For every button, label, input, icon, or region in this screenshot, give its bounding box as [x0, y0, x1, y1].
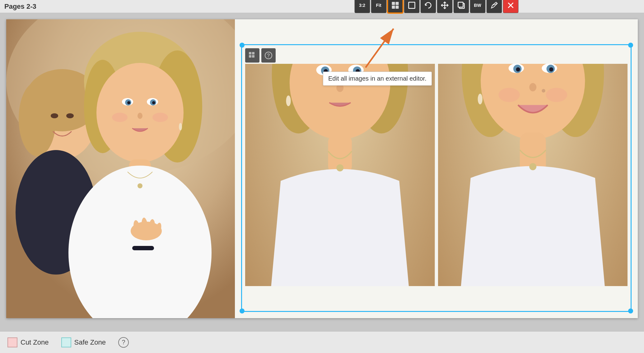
- svg-point-75: [529, 83, 536, 92]
- tooltip: Edit all images in an external editor.: [323, 72, 432, 86]
- right-page: 3:2 Fit: [235, 19, 638, 318]
- edit-external-icon: [391, 1, 399, 10]
- edit-button[interactable]: [486, 0, 502, 13]
- svg-point-74: [549, 67, 553, 71]
- edit-external-button[interactable]: [387, 0, 403, 13]
- svg-point-21: [179, 123, 182, 130]
- photo-1-image: [245, 64, 435, 286]
- legend-help-label: ?: [122, 339, 125, 346]
- help-icon-button[interactable]: ?: [261, 48, 276, 63]
- svg-point-17: [152, 101, 155, 104]
- svg-rect-35: [408, 2, 415, 8]
- svg-rect-33: [392, 6, 395, 9]
- grid-icon-button[interactable]: [245, 48, 259, 63]
- svg-point-19: [112, 113, 128, 122]
- cut-zone-label: Cut Zone: [21, 338, 49, 346]
- svg-point-73: [516, 67, 520, 71]
- photo-cell-1[interactable]: [245, 64, 435, 286]
- move-button[interactable]: [437, 0, 452, 13]
- grid-icon: [248, 51, 257, 60]
- rotate-icon: [424, 1, 432, 10]
- legend-bar: Cut Zone Safe Zone ?: [0, 331, 644, 353]
- safe-zone-label: Safe Zone: [74, 338, 106, 346]
- svg-point-76: [498, 88, 520, 102]
- spread-container: 3:2 Fit: [6, 19, 638, 318]
- legend-help-button[interactable]: ?: [118, 337, 129, 348]
- image-toolbar: 3:2 Fit: [354, 0, 518, 13]
- corner-handle-tl[interactable]: [240, 43, 245, 48]
- tooltip-text: Edit all images in an external editor.: [328, 75, 427, 82]
- question-icon: ?: [264, 51, 273, 60]
- corner-handle-tr[interactable]: [628, 43, 633, 48]
- photos-grid: [245, 64, 628, 286]
- svg-point-77: [546, 88, 567, 102]
- svg-rect-45: [249, 55, 251, 58]
- selection-icons: ?: [245, 48, 276, 63]
- svg-point-4: [19, 82, 56, 156]
- svg-point-63: [286, 96, 291, 106]
- safe-zone-legend: Safe Zone: [61, 337, 106, 347]
- safe-zone-swatch: [61, 337, 71, 347]
- svg-rect-34: [395, 6, 399, 9]
- photo-2-image: [438, 64, 628, 286]
- svg-point-7: [66, 113, 74, 118]
- cut-zone-swatch: [7, 337, 17, 347]
- svg-point-62: [336, 164, 343, 172]
- page-title: Pages 2-3: [4, 2, 36, 11]
- svg-text:?: ?: [267, 53, 270, 58]
- svg-point-80: [529, 163, 536, 170]
- svg-rect-39: [458, 2, 463, 7]
- duplicate-button[interactable]: [453, 0, 469, 13]
- svg-point-78: [542, 89, 545, 92]
- svg-point-18: [138, 113, 142, 119]
- corner-handle-bl[interactable]: [240, 308, 245, 313]
- duplicate-icon: [457, 1, 465, 10]
- svg-rect-44: [252, 52, 254, 54]
- selection-box[interactable]: ? Edit all images in an external editor.: [241, 44, 632, 312]
- photo-cell-2[interactable]: [438, 64, 628, 286]
- corner-handle-br[interactable]: [628, 308, 633, 313]
- crop-button[interactable]: [404, 0, 419, 13]
- close-icon: [506, 1, 515, 10]
- svg-point-16: [127, 101, 130, 104]
- crop-icon: [407, 1, 416, 10]
- delete-button[interactable]: [503, 0, 518, 13]
- pencil-icon: [490, 1, 498, 10]
- svg-point-81: [478, 94, 482, 104]
- svg-point-6: [51, 113, 58, 118]
- svg-rect-32: [395, 2, 399, 5]
- svg-point-20: [152, 113, 168, 122]
- left-page-image: [6, 19, 235, 318]
- cut-zone-legend: Cut Zone: [7, 337, 49, 347]
- app-container: Pages 2-3: [0, 0, 644, 353]
- bw-button[interactable]: BW: [470, 0, 485, 13]
- fit-button[interactable]: Fit: [371, 0, 386, 13]
- svg-rect-31: [392, 2, 395, 5]
- svg-point-24: [138, 183, 142, 188]
- svg-rect-46: [252, 55, 254, 58]
- svg-rect-30: [132, 246, 154, 250]
- title-bar: Pages 2-3: [0, 0, 644, 13]
- move-icon: [440, 1, 449, 10]
- rotate-button[interactable]: [420, 0, 436, 13]
- canvas-area: 3:2 Fit: [0, 13, 644, 331]
- left-page: [6, 19, 235, 318]
- svg-rect-43: [249, 52, 251, 54]
- ratio-button[interactable]: 3:2: [354, 0, 370, 13]
